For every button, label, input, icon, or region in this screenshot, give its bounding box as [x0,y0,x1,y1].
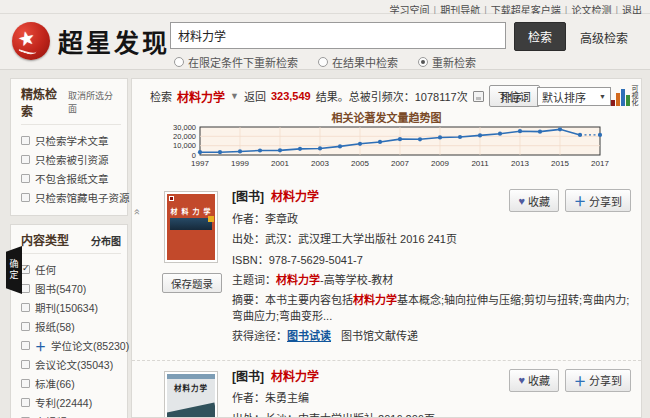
content-type-item-label: 报纸(58) [35,319,75,334]
content-type-item[interactable]: ＋ 图书(5470) [21,279,121,298]
query-term: 材料力学 [177,88,225,105]
main-panel: » 检索 材料力学 ▼ 返回 323,549 结果。总被引频次：1078117次… [131,78,642,418]
svg-text:2005: 2005 [351,159,369,168]
plus-icon: ＋ [574,192,586,209]
radio-label: 重新检索 [432,54,476,70]
cover-title: 材 料 力 学 [167,206,215,216]
refine-option[interactable]: 只检索学术文章 [21,131,121,150]
refine-option-label: 只检索被引资源 [35,152,109,167]
refine-option[interactable]: 只检索馆藏电子资源 [21,188,121,207]
clear-facets-link[interactable]: 取消所选分面 [68,89,121,115]
book-cover-1[interactable]: 材 料 力 学 [164,191,218,263]
collect-button[interactable]: ♥收藏 [509,189,559,212]
author-label: 作者： [232,392,265,404]
content-type-item-label: 音视频(3948) [35,414,97,418]
refine-option-label: 只检索馆藏电子资源 [35,190,130,205]
logo-text: 超星发现 [58,23,170,59]
search-mode-radios: 在限定条件下重新检索 在结果中检索 重新检索 [174,54,476,70]
svg-text:2003: 2003 [311,159,329,168]
share-button[interactable]: ＋分享到 [565,369,631,392]
content-type-item[interactable]: ＋ 报纸(58) [21,317,121,336]
author-value: 李章政 [265,213,298,225]
visualize-button[interactable]: 可视化 [611,85,638,106]
access-label: 获得途径： [232,330,287,342]
sidebar: 确定 精炼检索 取消所选分面 只检索学术文章 只检索被引资源 不 [10,78,128,418]
radio-icon [318,57,328,67]
refine-option[interactable]: 不包含报纸文章 [21,169,121,188]
source-label: 出处： [232,233,265,245]
result-title-link[interactable]: 材料力学 [271,190,319,204]
checkbox-icon [21,136,30,145]
radio-label: 在限定条件下重新检索 [188,54,298,70]
checkbox-icon [21,303,30,312]
confirm-ribbon-button[interactable]: 确定 [6,246,22,294]
result-count: 323,549 [271,90,311,102]
result-title-link[interactable]: 材料力学 [271,370,319,384]
content-type-any-label: 任何 [35,262,56,277]
abstract-label: 摘要： [232,294,265,306]
refine-option[interactable]: 只检索被引资源 [21,150,121,169]
refine-title: 精炼检索 [21,85,68,119]
checkbox-icon [21,341,30,350]
save-note-icon[interactable] [473,91,484,102]
result-type-tag: [图书] [232,190,264,204]
content-type-item[interactable]: ＋ 标准(66) [21,374,121,393]
content-type-item[interactable]: ＋ 学位论文(85230) [21,336,121,355]
result-stats: 结果。总被引频次：1078117次 [316,88,468,104]
distribution-link[interactable]: 分布图 [91,233,121,248]
content-type-item[interactable]: ＋ 专利(22444) [21,393,121,412]
author-label: 作者： [232,213,265,225]
plus-icon: ＋ [574,372,586,389]
search-label: 检索 [150,88,172,104]
checkbox-icon [21,265,30,274]
content-type-any[interactable]: 任何 [21,260,121,279]
share-button[interactable]: ＋分享到 [565,189,631,212]
source-label: 出处： [232,413,265,418]
checkbox-icon [21,174,30,183]
search-button[interactable]: 检索 [514,22,566,51]
query-dropdown-icon[interactable]: ▼ [230,91,239,101]
search-input[interactable] [170,22,506,49]
subject-rest: -高等学校-教材 [320,274,393,286]
refine-option-label: 不包含报纸文章 [35,171,109,186]
search-mode-radio[interactable]: 在限定条件下重新检索 [174,54,298,70]
book-cover-2[interactable]: 材料力学 [164,371,218,418]
content-type-item-label: 期刊(150634) [35,300,98,315]
sort-label: 排序： [500,89,533,105]
svg-text:2007: 2007 [391,159,409,168]
content-type-title: 内容类型 [21,231,69,248]
collect-button[interactable]: ♥收藏 [509,369,559,392]
checkbox-icon [21,155,30,164]
search-mode-radio[interactable]: 重新检索 [418,54,476,70]
svg-text:1997: 1997 [191,159,209,168]
checkbox-icon [21,284,30,293]
expand-plus-icon[interactable]: ＋ [35,338,46,354]
content-type-item[interactable]: ＋ 会议论文(35043) [21,355,121,374]
book-preview-link[interactable]: 图书试读 [287,330,331,342]
content-type-item-label: 会议论文(35043) [35,357,113,372]
radio-icon [174,57,184,67]
content-type-item-label: 学位论文(85230) [51,338,129,353]
radio-label: 在结果中检索 [332,54,398,70]
checkbox-icon [21,193,30,202]
save-record-button[interactable]: 保存题录 [162,273,222,293]
content-type-item[interactable]: ＋ 期刊(150634) [21,298,121,317]
checkbox-icon [21,398,30,407]
source-value: 长沙：中南大学出版社 2016 206页 [265,413,435,418]
content-type-item-label: 标准(66) [35,376,75,391]
svg-text:20,000: 20,000 [173,132,196,141]
trend-chart-svg: 010,00020,00030,000199719992001200320052… [142,125,632,173]
logo[interactable]: ★ 超星发现 [12,22,170,60]
content-type-item[interactable]: ＋ 音视频(3948) [21,412,121,418]
abstract-highlight: 材料力学 [353,294,397,306]
subject-highlight[interactable]: 材料力学 [276,274,320,286]
advanced-search-link[interactable]: 高级检索 [580,29,628,46]
library-delivery-link[interactable]: 图书馆文献传递 [341,330,418,342]
search-mode-radio[interactable]: 在结果中检索 [318,54,398,70]
result-item-2: 材料力学 保存题录 [图书] 材料力学 作者：朱勇主编 出处：长沙：中南大学出版… [132,361,641,418]
content-type-section: 内容类型 分布图 任何 ＋ 图书(5470) ＋ 期刊(150634) [10,224,128,418]
svg-text:10,000: 10,000 [173,141,196,150]
svg-text:2011: 2011 [471,159,489,168]
sort-select[interactable]: 默认排序 ▼ [537,87,611,106]
svg-text:30,000: 30,000 [173,125,196,132]
